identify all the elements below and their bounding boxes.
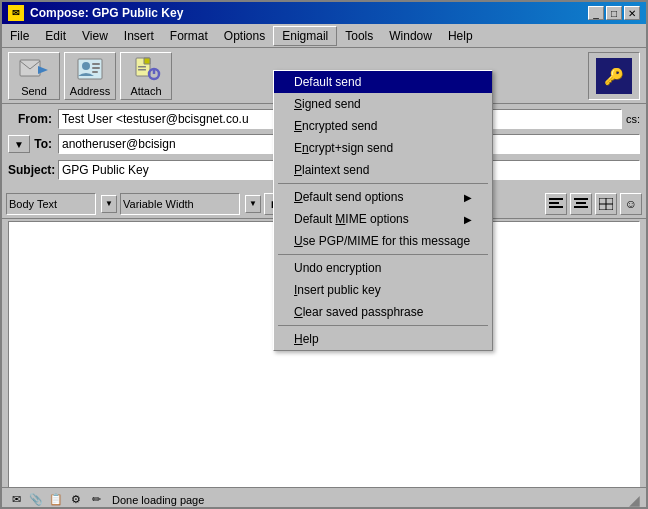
address-icon [74,55,106,83]
enigmail-plaintext-send[interactable]: Plaintext send [274,159,492,181]
enigmail-default-mime-options[interactable]: Default MIME options ▶ [274,208,492,230]
close-button[interactable]: ✕ [624,6,640,20]
menu-format[interactable]: Format [162,27,216,45]
menu-window[interactable]: Window [381,27,440,45]
insert-table-button[interactable] [595,193,617,215]
menu-insert[interactable]: Insert [116,27,162,45]
maximize-button[interactable]: □ [606,6,622,20]
gpg-logo: 🔑 [588,52,640,100]
svg-point-3 [82,62,90,70]
submenu-arrow-2: ▶ [464,214,472,225]
attach-label: Attach [130,85,161,97]
attach-icon [130,55,162,83]
menu-edit[interactable]: Edit [37,27,74,45]
status-icons: ✉ 📎 📋 ⚙ ✏ [8,492,104,508]
status-text: Done loading page [112,494,629,506]
svg-marker-8 [144,58,150,64]
format-right-buttons: ☺ [545,193,642,215]
svg-rect-0 [20,60,40,76]
window-title: Compose: GPG Public Key [30,6,183,20]
svg-text:🔑: 🔑 [604,67,624,86]
subject-label: Subject: [8,163,58,177]
menu-bar: File Edit View Insert Format Options Eni… [2,24,646,48]
menu-enigmail[interactable]: Enigmail [273,26,337,46]
svg-rect-19 [574,206,588,208]
cc-suffix-label: cs: [622,113,640,125]
body-text-label: Body Text [9,198,57,210]
svg-rect-5 [92,67,100,69]
enigmail-insert-public-key[interactable]: Insert public key [274,279,492,301]
enigmail-encrypted-send[interactable]: Encrypted send [274,115,492,137]
svg-rect-4 [92,63,100,65]
body-text-select[interactable]: Body Text [6,193,96,215]
attach-button[interactable]: Attach [120,52,172,100]
separator-3 [278,325,488,326]
svg-rect-6 [92,71,98,73]
enigmail-undo-encryption[interactable]: Undo encryption [274,257,492,279]
menu-tools[interactable]: Tools [337,27,381,45]
svg-marker-1 [38,66,48,74]
window-controls: _ □ ✕ [588,6,640,20]
menu-help[interactable]: Help [440,27,481,45]
enigmail-help[interactable]: Help [274,328,492,350]
separator-1 [278,183,488,184]
address-label: Address [70,85,110,97]
to-label: To: [30,137,58,151]
smiley-icon: ☺ [625,197,637,211]
enigmail-encrypt-sign-send[interactable]: Encrypt+sign send [274,137,492,159]
status-icon-mail: ✉ [8,492,24,508]
submenu-arrow-1: ▶ [464,192,472,203]
menu-view[interactable]: View [74,27,116,45]
minimize-button[interactable]: _ [588,6,604,20]
title-bar: ✉ Compose: GPG Public Key _ □ ✕ [2,2,646,24]
align-left-button[interactable] [545,193,567,215]
enigmail-clear-passphrase[interactable]: Clear saved passphrase [274,301,492,323]
align-center-button[interactable] [570,193,592,215]
expand-button[interactable]: ▼ [8,135,30,153]
smiley-button[interactable]: ☺ [620,193,642,215]
enigmail-dropdown: Default send Signed send Encrypted send … [273,70,493,351]
svg-rect-17 [574,198,588,200]
send-button[interactable]: Send [8,52,60,100]
variable-width-label: Variable Width [123,198,194,210]
svg-rect-14 [549,198,563,200]
status-icon-gear: ⚙ [68,492,84,508]
enigmail-menu: Default send Signed send Encrypted send … [273,70,493,351]
menu-file[interactable]: File [2,27,37,45]
status-icon-attach: 📎 [28,492,44,508]
svg-rect-16 [549,206,563,208]
separator-2 [278,254,488,255]
status-icon-clipboard: 📋 [48,492,64,508]
enigmail-use-pgp-mime[interactable]: Use PGP/MIME for this message [274,230,492,252]
enigmail-signed-send[interactable]: Signed send [274,93,492,115]
send-label: Send [21,85,47,97]
status-bar: ✉ 📎 📋 ⚙ ✏ Done loading page ◢ [2,487,646,509]
menu-options[interactable]: Options [216,27,273,45]
svg-rect-15 [549,202,559,204]
enigmail-default-send[interactable]: Default send [274,71,492,93]
svg-rect-9 [138,66,146,68]
status-right: ◢ [629,492,640,508]
app-icon: ✉ [8,5,24,21]
resize-grip: ◢ [629,492,640,508]
from-label: From: [8,112,58,126]
svg-rect-18 [576,202,586,204]
status-icon-edit: ✏ [88,492,104,508]
variable-width-dropdown[interactable]: ▼ [245,195,261,213]
enigmail-default-send-options[interactable]: Default send options ▶ [274,186,492,208]
variable-width-select[interactable]: Variable Width [120,193,240,215]
svg-rect-10 [138,69,146,71]
body-text-dropdown[interactable]: ▼ [101,195,117,213]
send-icon [18,55,50,83]
address-button[interactable]: Address [64,52,116,100]
